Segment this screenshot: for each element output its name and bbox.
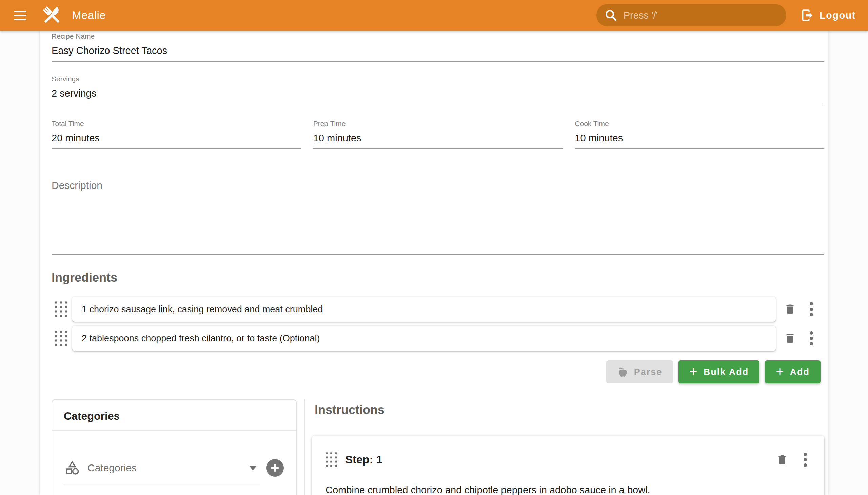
step-text-input[interactable]: Combine crumbled chorizo and chipotle pe…	[319, 483, 807, 495]
servings-field[interactable]: Servings 2 servings	[52, 74, 824, 104]
search-box[interactable]	[596, 4, 786, 27]
drag-handle-icon[interactable]	[325, 452, 337, 468]
categories-select[interactable]: Categories	[52, 457, 296, 479]
servings-value[interactable]: 2 servings	[52, 87, 824, 100]
app-title: Mealie	[72, 9, 106, 22]
add-category-button[interactable]	[266, 459, 284, 477]
delete-step-button[interactable]	[776, 454, 788, 466]
ingredient-menu-button[interactable]	[809, 302, 814, 317]
cook-time-label: Cook Time	[575, 119, 824, 128]
total-time-label: Total Time	[52, 119, 301, 128]
total-time-value[interactable]: 20 minutes	[52, 132, 301, 144]
chevron-down-icon[interactable]	[249, 466, 257, 470]
cook-time-value[interactable]: 10 minutes	[575, 132, 824, 144]
time-fields-row: Total Time 20 minutes Prep Time 10 minut…	[52, 119, 824, 149]
ingredient-row: 1 chorizo sausage link, casing removed a…	[55, 297, 824, 322]
logout-icon	[801, 8, 814, 22]
step-menu-button[interactable]	[803, 452, 807, 467]
silverware-logo-icon	[41, 4, 63, 27]
ingredients-heading: Ingredients	[52, 270, 824, 285]
cook-time-field[interactable]: Cook Time 10 minutes	[575, 119, 824, 149]
hamburger-icon	[14, 11, 27, 12]
recipe-name-value[interactable]: Easy Chorizo Street Tacos	[52, 44, 824, 57]
description-field[interactable]: Description	[52, 179, 824, 255]
ingredient-input[interactable]: 1 chorizo sausage link, casing removed a…	[72, 297, 776, 322]
ingredient-text: 1 chorizo sausage link, casing removed a…	[82, 304, 323, 314]
step-title: Step: 1	[345, 453, 382, 466]
trash-icon	[776, 454, 788, 466]
trash-icon	[784, 332, 796, 344]
total-time-field[interactable]: Total Time 20 minutes	[52, 119, 301, 149]
ingredient-actions-row: Parse + Bulk Add + Add	[52, 360, 820, 383]
bottom-section: Categories Categories	[52, 399, 824, 495]
hamburger-menu-button[interactable]	[9, 4, 31, 27]
parse-label: Parse	[634, 367, 663, 377]
apple-icon	[617, 366, 629, 378]
bulk-add-button[interactable]: + Bulk Add	[679, 360, 760, 383]
categories-card: Categories Categories	[52, 399, 297, 495]
kebab-icon	[803, 452, 807, 467]
delete-ingredient-button[interactable]	[784, 332, 796, 344]
delete-ingredient-button[interactable]	[784, 303, 796, 315]
search-icon	[604, 8, 618, 22]
categories-card-title: Categories	[52, 409, 296, 424]
description-textarea[interactable]	[52, 192, 824, 255]
kebab-icon	[809, 331, 813, 346]
drag-handle-icon[interactable]	[55, 302, 67, 317]
prep-time-field[interactable]: Prep Time 10 minutes	[313, 119, 563, 149]
logout-button[interactable]: Logout	[801, 8, 856, 22]
recipe-name-label: Recipe Name	[52, 32, 824, 41]
add-label: Add	[790, 367, 810, 377]
description-label: Description	[52, 179, 824, 192]
drag-handle-icon[interactable]	[55, 330, 67, 346]
plus-icon	[270, 463, 280, 473]
add-ingredient-button[interactable]: + Add	[765, 360, 820, 383]
recipe-name-field[interactable]: Recipe Name Easy Chorizo Street Tacos	[52, 32, 824, 62]
prep-time-label: Prep Time	[313, 119, 563, 128]
logout-label: Logout	[819, 10, 856, 21]
shapes-icon	[64, 460, 80, 476]
instructions-heading: Instructions	[314, 403, 824, 417]
kebab-icon	[809, 302, 813, 317]
ingredient-input[interactable]: 2 tablespoons chopped fresh cilantro, or…	[72, 326, 776, 351]
prep-time-value[interactable]: 10 minutes	[313, 132, 563, 144]
categories-column: Categories Categories	[52, 399, 297, 495]
plus-icon: +	[689, 364, 698, 378]
select-underline	[64, 483, 260, 483]
ingredient-menu-button[interactable]	[809, 331, 814, 346]
instruction-step-card: Step: 1 Combine crumbled chorizo and chi…	[312, 436, 824, 495]
parse-button[interactable]: Parse	[606, 360, 674, 383]
recipe-editor-card: Recipe Name Easy Chorizo Street Tacos Se…	[40, 31, 828, 495]
search-input[interactable]	[624, 10, 779, 21]
divider	[52, 430, 296, 431]
plus-icon: +	[776, 364, 784, 378]
ingredient-row: 2 tablespoons chopped fresh cilantro, or…	[55, 326, 824, 351]
trash-icon	[784, 303, 796, 315]
step-header: Step: 1	[325, 448, 807, 471]
app-header: Mealie Logout	[0, 0, 868, 31]
instructions-column: Instructions Step: 1	[304, 399, 824, 495]
servings-label: Servings	[52, 74, 824, 83]
bulk-add-label: Bulk Add	[703, 367, 749, 377]
categories-select-label: Categories	[87, 462, 137, 474]
ingredient-text: 2 tablespoons chopped fresh cilantro, or…	[82, 333, 320, 344]
ingredients-list: 1 chorizo sausage link, casing removed a…	[52, 297, 824, 351]
